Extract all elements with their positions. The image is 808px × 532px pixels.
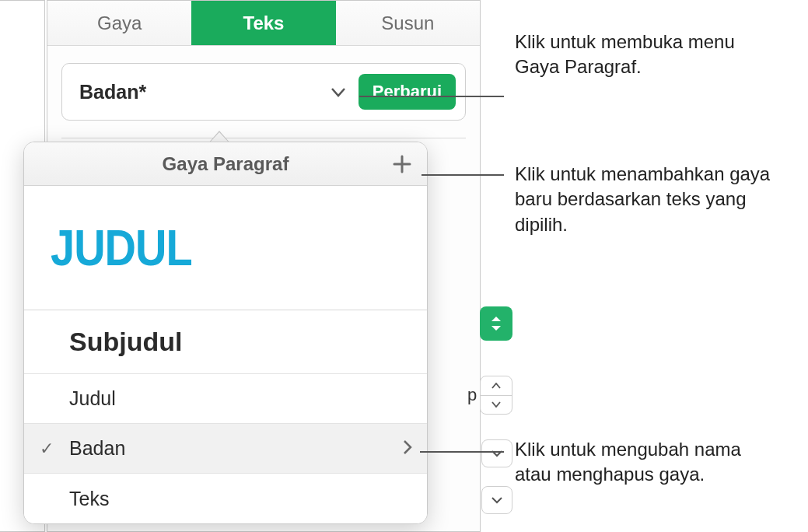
popover-title: Gaya Paragraf — [163, 153, 289, 175]
font-size-stepper[interactable] — [480, 376, 512, 415]
style-preview-title-label: JUDUL — [51, 219, 192, 277]
separator — [61, 138, 466, 138]
callout-1-text: Klik untuk membuka menu Gaya Paragraf. — [515, 31, 735, 77]
current-style-name: Badan* — [79, 81, 329, 103]
style-preview-title[interactable]: JUDUL — [24, 186, 427, 310]
tab-bar: Gaya Teks Susun — [47, 1, 480, 46]
tab-text-label: Teks — [243, 12, 285, 34]
callout-1: Klik untuk membuka menu Gaya Paragraf. — [515, 30, 779, 80]
color-popup-button[interactable] — [480, 306, 512, 341]
tab-style[interactable]: Gaya — [47, 1, 191, 45]
callout-line-2 — [421, 174, 504, 176]
chevron-right-icon[interactable] — [402, 437, 413, 460]
callout-3-text: Klik untuk mengubah nama atau menghapus … — [515, 439, 741, 485]
stepper-up-icon[interactable] — [481, 376, 512, 396]
style-row-subtitle[interactable]: Subjudul — [24, 310, 427, 374]
callout-line-1 — [359, 96, 504, 97]
tab-style-label: Gaya — [97, 12, 142, 34]
style-row-text-label: Teks — [69, 488, 109, 510]
style-row-heading-label: Judul — [69, 387, 116, 410]
tab-arrange[interactable]: Susun — [336, 1, 480, 45]
callout-line-3 — [420, 451, 504, 453]
style-row-body[interactable]: ✓ Badan — [24, 424, 427, 474]
popover-header: Gaya Paragraf — [24, 142, 427, 186]
style-row-heading[interactable]: Judul — [24, 374, 427, 424]
checkmark-icon: ✓ — [40, 439, 54, 459]
stepper-down-icon[interactable] — [481, 396, 512, 415]
add-style-button[interactable] — [390, 152, 414, 177]
tab-text[interactable]: Teks — [191, 1, 335, 45]
callout-2-text: Klik untuk menambahkan gaya baru berdasa… — [515, 163, 770, 235]
disclosure-button-2[interactable] — [481, 486, 512, 514]
style-row-body-label: Badan — [69, 437, 125, 460]
style-row-text[interactable]: Teks — [24, 474, 427, 523]
size-unit-label: p — [467, 385, 477, 405]
paragraph-style-selector[interactable]: Badan* Perbarui — [61, 63, 466, 121]
tab-arrange-label: Susun — [381, 12, 434, 34]
update-button-label: Perbarui — [373, 82, 442, 101]
style-row-subtitle-label: Subjudul — [69, 327, 182, 357]
paragraph-styles-popover: Gaya Paragraf JUDUL Subjudul Judul ✓ Bad… — [23, 142, 428, 524]
callout-3: Klik untuk mengubah nama atau menghapus … — [515, 437, 779, 488]
update-button[interactable]: Perbarui — [359, 74, 456, 110]
disclosure-button-1[interactable] — [481, 439, 512, 467]
chevron-down-icon[interactable] — [329, 82, 348, 101]
callout-2: Klik untuk menambahkan gaya baru berdasa… — [515, 162, 779, 237]
